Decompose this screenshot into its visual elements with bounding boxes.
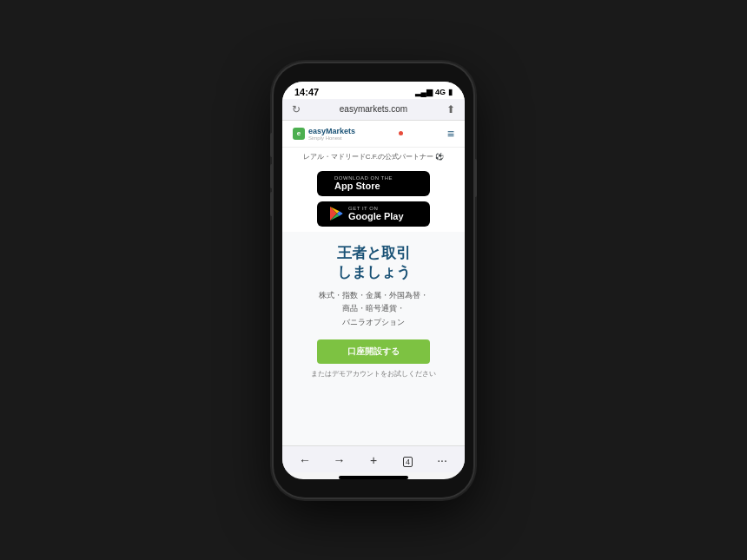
status-bar: 14:47 ▂▄▆ 4G ▮ [282,82,465,99]
more-options-button[interactable]: ··· [433,453,451,467]
back-button[interactable]: ← [296,453,314,467]
home-indicator [339,476,408,479]
logo-sub: Simply Honest [308,135,355,141]
app-store-button[interactable]: Download on the App Store [317,171,430,196]
notification-dot [399,131,403,135]
demo-account-text[interactable]: またはデモアカウントをお試しください [311,369,436,379]
status-icons: ▂▄▆ 4G ▮ [415,88,453,96]
hero-section: 王者と取引しましょう 株式・指数・金属・外国為替・商品・暗号通貨・バニラオプショ… [282,232,465,445]
refresh-icon[interactable]: ↻ [289,103,303,115]
logo-text-block: easyMarkets Simply Honest [308,127,355,141]
app-store-label-big: App Store [334,181,393,192]
partner-text: レアル・マドリードC.F.の公式パートナー ⚽ [282,148,465,166]
forward-button[interactable]: → [331,453,348,467]
website-content: e easyMarkets Simply Honest ≡ レアル・マドリードC… [282,121,465,445]
site-header: e easyMarkets Simply Honest ≡ [282,121,465,148]
hamburger-menu[interactable]: ≡ [447,127,454,141]
google-play-text: GET IT ON Google Play [348,206,404,222]
google-play-label-big: Google Play [348,211,404,222]
battery-icon: ▮ [448,88,453,96]
network-type: 4G [435,88,446,96]
browser-navigation: ← → + 4 ··· [282,445,465,472]
tab-switcher-button[interactable]: 4 [400,453,417,467]
phone-screen: 14:47 ▂▄▆ 4G ▮ ↻ easymarkets.com ⬆ e [282,82,465,479]
browser-bar: ↻ easymarkets.com ⬆ [282,99,465,121]
new-tab-button[interactable]: + [365,453,382,467]
logo-area: e easyMarkets Simply Honest [293,127,355,141]
google-play-button[interactable]: GET IT ON Google Play [317,201,430,227]
google-play-icon [329,207,343,221]
browser-url[interactable]: easymarkets.com [303,104,444,114]
hero-subtitle: 株式・指数・金属・外国為替・商品・暗号通貨・バニラオプション [319,289,428,329]
logo-icon: e [293,128,305,140]
hero-title: 王者と取引しましょう [337,244,411,282]
status-time: 14:47 [294,87,319,97]
app-buttons-section: Download on the App Store G [282,166,465,232]
logo-text: easyMarkets [308,127,355,135]
open-account-button[interactable]: 口座開設する [317,339,430,364]
signal-icon: ▂▄▆ [415,88,433,96]
phone-frame: 14:47 ▂▄▆ 4G ▮ ↻ easymarkets.com ⬆ e [274,63,473,497]
app-store-text: Download on the App Store [334,175,393,192]
share-icon[interactable]: ⬆ [444,103,458,115]
